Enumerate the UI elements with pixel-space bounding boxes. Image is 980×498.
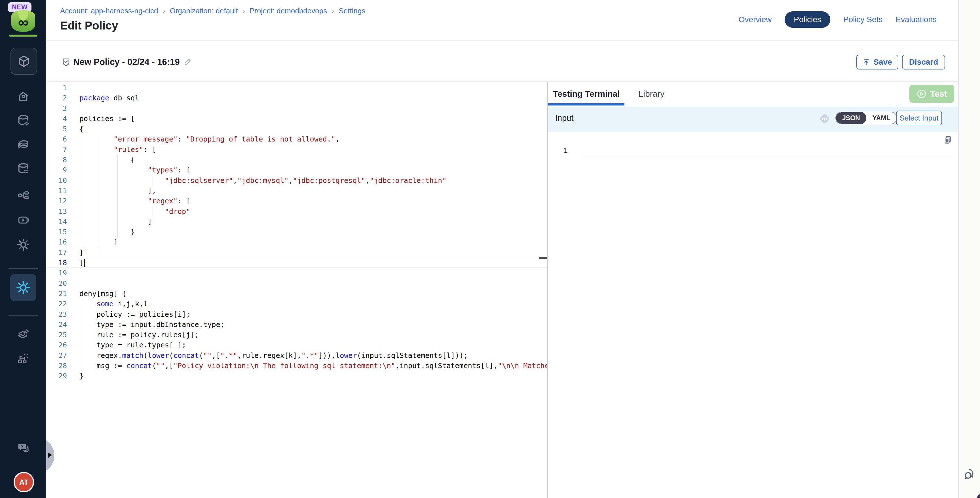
- page-title: Edit Policy: [60, 19, 118, 32]
- select-input-button[interactable]: Select Input: [896, 111, 942, 125]
- breadcrumb-item[interactable]: Account: app-harness-ng-cicd: [60, 6, 158, 15]
- code-line[interactable]: 10 "jdbc:sqlserver","jdbc:mysql","jdbc:p…: [46, 175, 547, 186]
- code-line[interactable]: 3: [46, 103, 547, 114]
- input-editor-line-number: 1: [556, 144, 568, 157]
- code-text: ]: [80, 258, 85, 267]
- user-avatar[interactable]: AT: [14, 472, 34, 492]
- sidebar-item-home[interactable]: [0, 90, 46, 103]
- code-line[interactable]: 28 msg := concat("",["Policy violation:\…: [46, 361, 547, 371]
- code-text: regex.match(lower(concat("",[".*",rule.r…: [80, 350, 468, 361]
- breadcrumb-item[interactable]: Project: demodbdevops: [250, 6, 327, 15]
- line-number: 8: [46, 155, 67, 165]
- upload-icon: [862, 59, 870, 66]
- code-line[interactable]: 23 policy := policies[i];: [46, 309, 547, 320]
- code-line[interactable]: 26 type = rule.types[_];: [46, 340, 547, 350]
- code-line[interactable]: 9 "types": [: [46, 165, 547, 175]
- sidebar-item-database-instances[interactable]: [0, 162, 46, 175]
- select-input-label: Select Input: [899, 114, 938, 123]
- code-line[interactable]: 22 some i,j,k,l: [46, 299, 547, 309]
- policy-toolbar: New Policy - 02/24 - 16:19 Save Discard: [46, 41, 958, 82]
- tab-policies[interactable]: Policies: [784, 11, 830, 28]
- line-number: 16: [46, 237, 67, 247]
- test-label: Test: [930, 89, 947, 99]
- code-line[interactable]: 18]: [46, 258, 547, 268]
- save-button[interactable]: Save: [856, 55, 898, 70]
- tab-library[interactable]: Library: [639, 89, 665, 99]
- code-line[interactable]: 19: [46, 268, 547, 278]
- sidebar-item-layers-settings[interactable]: [0, 327, 46, 340]
- sidebar-item-org-settings[interactable]: [0, 352, 46, 365]
- code-line[interactable]: 11 ],: [46, 186, 547, 196]
- tab-policy-sets[interactable]: Policy Sets: [843, 15, 883, 24]
- code-text: type := input.dbInstance.type;: [80, 320, 224, 330]
- line-number: 17: [46, 248, 67, 258]
- save-label: Save: [873, 57, 892, 67]
- chat-bubbles-icon[interactable]: [963, 467, 978, 482]
- line-number: 20: [46, 278, 67, 289]
- sidebar-item-executions[interactable]: [0, 214, 46, 227]
- code-line[interactable]: 16 ]: [46, 237, 547, 247]
- breadcrumb-item[interactable]: Settings: [339, 6, 366, 15]
- format-option-yaml[interactable]: YAML: [866, 112, 897, 124]
- line-number: 18: [46, 258, 67, 267]
- code-diamond-icon[interactable]: </>: [818, 112, 831, 125]
- input-editor-current-line[interactable]: [583, 144, 954, 157]
- help-chat-icon: ?: [17, 441, 30, 454]
- page-right-margin: [958, 0, 980, 498]
- code-line[interactable]: 14 ]: [46, 217, 547, 227]
- test-button[interactable]: Test: [909, 85, 954, 103]
- logo-glyph: ∞: [18, 15, 29, 30]
- sidebar-item-pipelines[interactable]: [0, 189, 46, 202]
- edit-pencil-icon[interactable]: [184, 57, 192, 66]
- sidebar-item-help[interactable]: ?: [0, 441, 46, 454]
- gear-icon: [17, 238, 30, 251]
- policy-code-lines: 12package db_sql34policies := [5{6 "erro…: [46, 83, 547, 382]
- code-line[interactable]: 5{: [46, 124, 547, 134]
- line-number: 27: [46, 350, 67, 361]
- line-number: 5: [46, 124, 67, 134]
- discard-button[interactable]: Discard: [902, 55, 945, 70]
- sidebar-module-cube-button[interactable]: [11, 48, 37, 75]
- sidebar-item-database-settings[interactable]: [0, 114, 46, 127]
- code-text: ],: [80, 186, 156, 196]
- terminal-tabs: Testing TerminalLibrary: [553, 89, 664, 99]
- code-text: policy := policies[i];: [80, 309, 190, 320]
- code-line[interactable]: 8 {: [46, 155, 547, 165]
- code-line[interactable]: 4policies := [: [46, 114, 547, 124]
- code-line[interactable]: 2package db_sql: [46, 93, 547, 103]
- code-line[interactable]: 27 regex.match(lower(concat("",[".*",rul…: [46, 350, 547, 361]
- format-option-json[interactable]: JSON: [836, 112, 866, 124]
- code-text: {: [80, 155, 135, 165]
- input-section-header: Input </> JSONYAML Select Input: [548, 107, 958, 132]
- tab-overview[interactable]: Overview: [739, 15, 772, 24]
- code-line[interactable]: 24 type := input.dbInstance.type;: [46, 320, 547, 330]
- code-line[interactable]: 29}: [46, 371, 547, 381]
- code-line[interactable]: 1: [46, 83, 547, 93]
- video-play-icon: [17, 214, 30, 227]
- tab-evaluations[interactable]: Evaluations: [896, 15, 937, 24]
- code-line[interactable]: 17}: [46, 248, 547, 258]
- code-line[interactable]: 15 }: [46, 227, 547, 237]
- code-line[interactable]: 6 "error_message": "Dropping of table is…: [46, 134, 547, 144]
- pipeline-icon: [17, 189, 30, 202]
- code-line[interactable]: 21deny[msg] {: [46, 289, 547, 299]
- svg-text:</>: </>: [822, 117, 828, 121]
- breadcrumb-item[interactable]: Organization: default: [170, 6, 238, 15]
- tab-testing-terminal[interactable]: Testing Terminal: [553, 89, 620, 99]
- line-number: 9: [46, 165, 67, 175]
- code-line[interactable]: 12 "regex": [: [46, 196, 547, 206]
- code-line[interactable]: 7 "rules": [: [46, 145, 547, 155]
- sidebar-item-settings-selected[interactable]: [10, 274, 36, 301]
- home-icon: [17, 90, 30, 103]
- sidebar-item-configure[interactable]: [0, 238, 46, 251]
- code-line[interactable]: 25 rule := policy.rules[j];: [46, 330, 547, 340]
- line-number: 10: [46, 175, 67, 186]
- sidebar-item-database-stack[interactable]: [0, 138, 46, 151]
- code-line[interactable]: 20: [46, 278, 547, 289]
- policy-shield-check-icon: [61, 57, 71, 67]
- code-text: {: [80, 124, 84, 134]
- policy-code-editor[interactable]: 12package db_sql34policies := [5{6 "erro…: [46, 82, 547, 498]
- line-number: 28: [46, 361, 67, 371]
- code-line[interactable]: 13 "drop": [46, 207, 547, 217]
- harness-logo-icon[interactable]: ∞: [11, 10, 35, 32]
